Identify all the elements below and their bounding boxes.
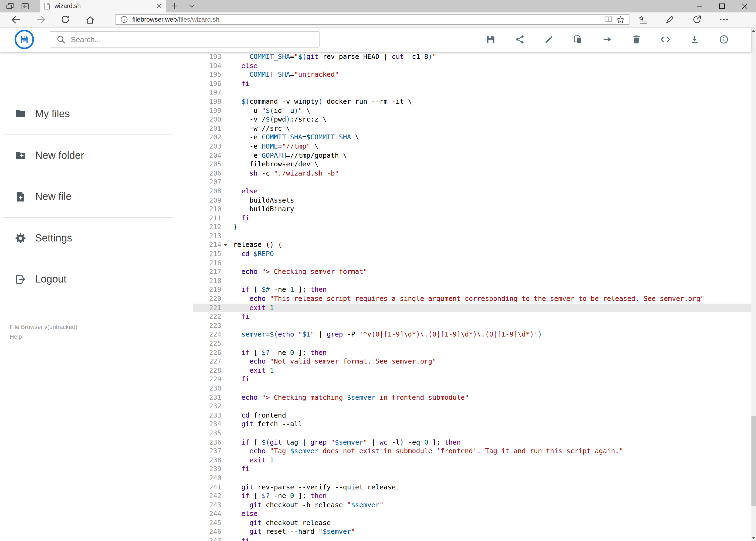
- code-line-233[interactable]: 233 cd frontend: [193, 411, 751, 420]
- code-line-206[interactable]: 206 sh -c "./wizard.sh -b": [193, 169, 751, 178]
- code-line-217[interactable]: 217 echo "> Checking semver format": [193, 268, 751, 276]
- info-button[interactable]: [709, 27, 738, 52]
- line-number[interactable]: 239: [193, 465, 221, 474]
- close-window-button[interactable]: [733, 0, 756, 12]
- code-line-236[interactable]: 236 if [ $(git tag | grep "$semver" | wc…: [193, 438, 751, 447]
- line-number[interactable]: 197: [193, 88, 221, 97]
- line-number[interactable]: 208: [193, 187, 221, 196]
- code-line-244[interactable]: 244 else: [193, 510, 751, 519]
- set-tabs-aside-button[interactable]: [17, 0, 32, 12]
- code-line-197[interactable]: 197: [193, 88, 751, 97]
- code-line-222[interactable]: 222 fi: [193, 312, 751, 321]
- code-line-228[interactable]: 228 exit 1: [193, 366, 751, 375]
- line-number[interactable]: 233: [193, 411, 221, 420]
- code-line-200[interactable]: 200 -v /$(pwd):/src:z \: [193, 115, 751, 124]
- browser-menu-button[interactable]: [710, 12, 737, 27]
- code-line-224[interactable]: 224 semver=$(echo "$1" | grep -P '^v(0|[…: [193, 330, 751, 339]
- minimize-button[interactable]: [688, 0, 711, 12]
- line-number[interactable]: 221: [193, 303, 221, 312]
- line-number[interactable]: 226: [193, 348, 221, 357]
- line-number[interactable]: 240: [193, 474, 221, 483]
- code-line-234[interactable]: 234 git fetch --all: [193, 420, 751, 429]
- line-number[interactable]: 234: [193, 420, 221, 429]
- scrollbar-thumb[interactable]: [751, 416, 756, 505]
- line-number[interactable]: 223: [193, 321, 221, 330]
- code-line-210[interactable]: 210 buildBinary: [193, 205, 751, 214]
- line-number[interactable]: 194: [193, 61, 221, 70]
- line-number[interactable]: 217: [193, 268, 221, 276]
- line-number[interactable]: 211: [193, 214, 221, 223]
- share-button[interactable]: [505, 27, 534, 52]
- line-number[interactable]: 227: [193, 357, 221, 366]
- line-number[interactable]: 203: [193, 142, 221, 151]
- line-number[interactable]: 236: [193, 438, 221, 447]
- tab-close-icon[interactable]: [156, 4, 162, 9]
- code-line-195[interactable]: 195 COMMIT_SHA="untracked": [193, 70, 751, 79]
- code-line-193[interactable]: 193 COMMIT_SHA="$(git rev-parse HEAD | c…: [193, 52, 751, 61]
- reading-view-button[interactable]: [604, 16, 613, 23]
- line-number[interactable]: 218: [193, 276, 221, 285]
- line-number[interactable]: 214: [193, 241, 221, 250]
- line-number[interactable]: 200: [193, 115, 221, 124]
- site-info-icon[interactable]: [121, 16, 128, 23]
- line-number[interactable]: 225: [193, 339, 221, 348]
- code-line-239[interactable]: 239 fi: [193, 465, 751, 474]
- scroll-down-button[interactable]: [751, 535, 756, 541]
- code-line-199[interactable]: 199 -u "$(id -u)" \: [193, 106, 751, 115]
- code-line-205[interactable]: 205 filebrowser/dev \: [193, 160, 751, 169]
- code-line-214[interactable]: 214release () {: [193, 241, 751, 250]
- code-line-212[interactable]: 212}: [193, 223, 751, 232]
- code-line-247[interactable]: 247 fi: [193, 536, 751, 541]
- line-number[interactable]: 198: [193, 97, 221, 106]
- code-line-201[interactable]: 201 -w //src \: [193, 124, 751, 133]
- line-number[interactable]: 222: [193, 312, 221, 321]
- home-button[interactable]: [78, 12, 103, 27]
- code-line-215[interactable]: 215 cd $REPO: [193, 250, 751, 259]
- line-number[interactable]: 243: [193, 500, 221, 509]
- line-number[interactable]: 247: [193, 536, 221, 541]
- download-button[interactable]: [680, 27, 709, 52]
- line-number[interactable]: 229: [193, 375, 221, 384]
- line-number[interactable]: 216: [193, 259, 221, 268]
- code-line-240[interactable]: 240: [193, 474, 751, 483]
- line-number[interactable]: 210: [193, 205, 221, 214]
- edit-button[interactable]: [534, 27, 563, 52]
- code-line-229[interactable]: 229 fi: [193, 375, 751, 384]
- code-line-242[interactable]: 242 if [ $? -ne 0 ]; then: [193, 492, 751, 500]
- line-number[interactable]: 231: [193, 393, 221, 402]
- line-number[interactable]: 201: [193, 124, 221, 133]
- code-line-207[interactable]: 207: [193, 178, 751, 187]
- line-number[interactable]: 212: [193, 223, 221, 232]
- line-number[interactable]: 219: [193, 285, 221, 294]
- forward-button[interactable]: [28, 12, 53, 27]
- code-view-button[interactable]: [651, 27, 680, 52]
- code-editor[interactable]: 193 COMMIT_SHA="$(git rev-parse HEAD | c…: [193, 52, 751, 541]
- code-line-241[interactable]: 241 git rev-parse --verify --quiet relea…: [193, 483, 751, 492]
- browser-tab-wizard[interactable]: wizard.sh: [40, 0, 166, 12]
- code-line-220[interactable]: 220 echo "This release script requires a…: [193, 294, 751, 303]
- code-line-218[interactable]: 218: [193, 276, 751, 285]
- code-line-198[interactable]: 198 $(command -v winpty) docker run --rm…: [193, 97, 751, 106]
- search-input[interactable]: Search...: [50, 31, 320, 47]
- line-number[interactable]: 213: [193, 232, 221, 241]
- line-number[interactable]: 244: [193, 510, 221, 519]
- back-button[interactable]: [3, 12, 28, 27]
- code-line-209[interactable]: 209 buildAssets: [193, 196, 751, 205]
- code-line-213[interactable]: 213: [193, 232, 751, 241]
- line-number[interactable]: 207: [193, 178, 221, 187]
- line-number[interactable]: 246: [193, 527, 221, 536]
- address-bar[interactable]: filebrowser.web/files/wizard.sh: [116, 14, 630, 25]
- code-line-221[interactable]: 221 exit 1: [193, 303, 751, 312]
- scroll-up-button[interactable]: [751, 27, 756, 34]
- line-number[interactable]: 199: [193, 106, 221, 115]
- code-line-225[interactable]: 225: [193, 339, 751, 348]
- code-line-238[interactable]: 238 exit 1: [193, 456, 751, 465]
- line-number[interactable]: 205: [193, 160, 221, 169]
- line-number[interactable]: 202: [193, 133, 221, 142]
- sidebar-item-settings[interactable]: Settings: [0, 230, 193, 246]
- line-number[interactable]: 206: [193, 169, 221, 178]
- line-number[interactable]: 220: [193, 294, 221, 303]
- line-number[interactable]: 238: [193, 456, 221, 465]
- line-number[interactable]: 228: [193, 366, 221, 375]
- help-link[interactable]: Help: [10, 331, 78, 341]
